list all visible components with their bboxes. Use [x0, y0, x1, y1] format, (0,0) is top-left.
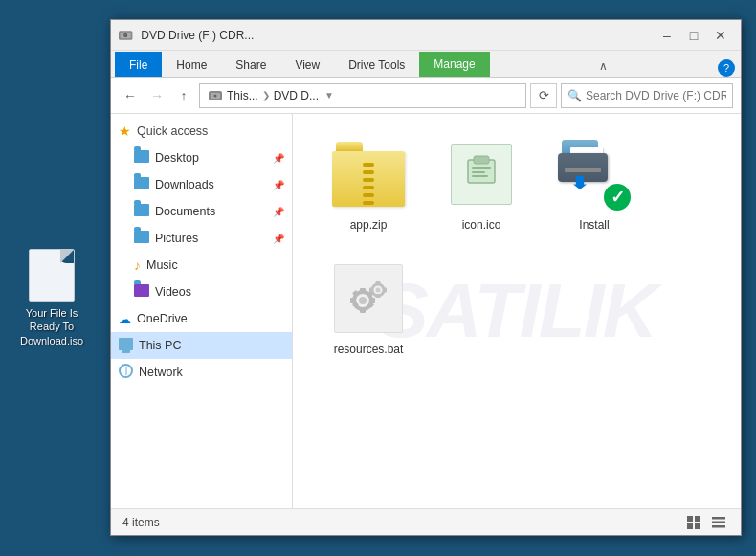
desktop-file-icon[interactable]: Your File Is Ready To Download.iso: [17, 249, 86, 347]
svg-rect-14: [360, 288, 366, 294]
file-item-resources-bat[interactable]: resources.bat: [316, 254, 421, 363]
svg-rect-28: [687, 516, 693, 522]
svg-rect-34: [712, 525, 725, 528]
downloads-label: Downloads: [155, 178, 214, 191]
downloads-pin-icon: 📌: [273, 180, 284, 190]
tab-file[interactable]: File: [115, 52, 162, 77]
search-icon: 🔍: [567, 89, 582, 102]
file-item-icon-ico[interactable]: icon.ico: [429, 129, 534, 238]
desktop-label: Desktop: [155, 151, 199, 165]
minimize-button[interactable]: –: [655, 26, 679, 45]
file-item-install[interactable]: ✓ Install: [542, 129, 647, 238]
dvd-drive-icon: [119, 28, 134, 43]
address-path-bar[interactable]: This... ❯ DVD D... ▼: [199, 83, 526, 108]
tab-share[interactable]: Share: [221, 52, 280, 77]
svg-rect-15: [360, 307, 366, 313]
network-icon: [119, 364, 133, 381]
refresh-button[interactable]: ⟳: [530, 83, 557, 108]
desktop: Your File Is Ready To Download.iso DVD D…: [0, 0, 756, 556]
svg-rect-26: [369, 288, 373, 293]
svg-rect-32: [712, 517, 725, 520]
ribbon-collapse-button[interactable]: ∧: [591, 56, 615, 77]
svg-point-6: [214, 94, 217, 97]
file-area: SATILIK: [293, 114, 741, 508]
svg-point-3: [124, 34, 126, 36]
svg-rect-24: [376, 281, 381, 285]
svg-rect-25: [376, 294, 381, 298]
grid-view-icon: [687, 516, 700, 529]
thispc-label: This PC: [139, 339, 181, 352]
install-file-icon: ✓: [556, 136, 633, 212]
forward-button[interactable]: →: [145, 84, 168, 107]
back-button[interactable]: ←: [119, 84, 142, 107]
music-label: Music: [146, 258, 178, 272]
items-count: 4 items: [122, 516, 160, 529]
music-icon: ♪: [134, 257, 141, 273]
ribbon: File Home Share View Drive Tools Manage …: [111, 51, 741, 78]
list-view-button[interactable]: [708, 513, 729, 532]
file-name-resources-bat: resources.bat: [334, 343, 404, 356]
svg-rect-27: [383, 288, 387, 293]
list-view-icon: [712, 516, 725, 529]
star-icon: ★: [119, 123, 131, 139]
pictures-label: Pictures: [155, 232, 198, 245]
videos-icon: [134, 284, 149, 300]
documents-label: Documents: [155, 205, 215, 218]
sidebar-item-network[interactable]: Network: [111, 359, 292, 386]
svg-rect-8: [474, 156, 489, 164]
quick-access-label: Quick access: [137, 124, 208, 138]
search-input[interactable]: [586, 89, 726, 102]
sidebar-item-pictures[interactable]: Pictures 📌: [111, 225, 292, 252]
folder-icon: [134, 150, 149, 166]
svg-rect-29: [695, 516, 700, 522]
sidebar: ★ Quick access Desktop 📌 Downloads 📌: [111, 114, 293, 508]
window-icon: [119, 28, 134, 43]
address-drive-icon: [208, 88, 223, 103]
help-button[interactable]: ?: [718, 59, 735, 77]
videos-label: Videos: [155, 285, 191, 299]
file-name-app-zip: app.zip: [350, 218, 388, 232]
file-grid: app.zip: [316, 129, 718, 363]
view-controls: [683, 513, 729, 532]
search-box[interactable]: 🔍: [561, 83, 733, 108]
sidebar-item-thispc[interactable]: This PC: [111, 332, 292, 359]
ribbon-tab-bar: File Home Share View Drive Tools Manage …: [111, 51, 741, 78]
path-dropdown-icon[interactable]: ▼: [324, 90, 334, 100]
close-button[interactable]: ✕: [708, 26, 733, 45]
large-view-button[interactable]: [683, 513, 704, 532]
ico-file-icon: [443, 136, 520, 212]
sidebar-item-videos[interactable]: Videos: [111, 278, 292, 305]
network-label: Network: [139, 366, 183, 379]
checkmark-icon: ✓: [611, 189, 625, 206]
tab-drive-tools[interactable]: Drive Tools: [334, 52, 419, 77]
file-name-install: Install: [579, 218, 609, 232]
svg-rect-30: [687, 523, 693, 529]
check-circle-icon: ✓: [602, 182, 633, 212]
documents-icon: [134, 204, 149, 219]
tab-manage[interactable]: Manage: [419, 52, 489, 77]
svg-rect-31: [695, 523, 700, 529]
sidebar-item-desktop[interactable]: Desktop 📌: [111, 145, 292, 171]
maximize-button[interactable]: □: [681, 26, 706, 45]
sidebar-item-documents[interactable]: Documents 📌: [111, 198, 292, 225]
downloads-folder-icon: [134, 177, 149, 192]
svg-point-23: [376, 288, 381, 293]
path-segment-1: This...: [227, 89, 258, 102]
tab-view[interactable]: View: [280, 52, 334, 77]
window-controls: – □ ✕: [655, 26, 733, 45]
ico-content-icon: [464, 154, 499, 189]
desktop-file-thumbnail: [29, 249, 75, 302]
sidebar-item-music[interactable]: ♪ Music: [111, 252, 292, 278]
svg-rect-9: [472, 167, 491, 169]
svg-rect-33: [712, 521, 725, 523]
documents-pin-icon: 📌: [273, 207, 284, 217]
tab-home[interactable]: Home: [162, 52, 221, 77]
up-button[interactable]: ↑: [172, 84, 195, 107]
sidebar-item-onedrive[interactable]: ☁ OneDrive: [111, 305, 292, 332]
thispc-icon: [119, 338, 133, 353]
path-arrow-1: ❯: [262, 90, 270, 100]
sidebar-item-downloads[interactable]: Downloads 📌: [111, 171, 292, 198]
sidebar-item-quick-access[interactable]: ★ Quick access: [111, 118, 292, 145]
file-item-app-zip[interactable]: app.zip: [316, 129, 421, 238]
status-bar: 4 items: [111, 508, 741, 535]
